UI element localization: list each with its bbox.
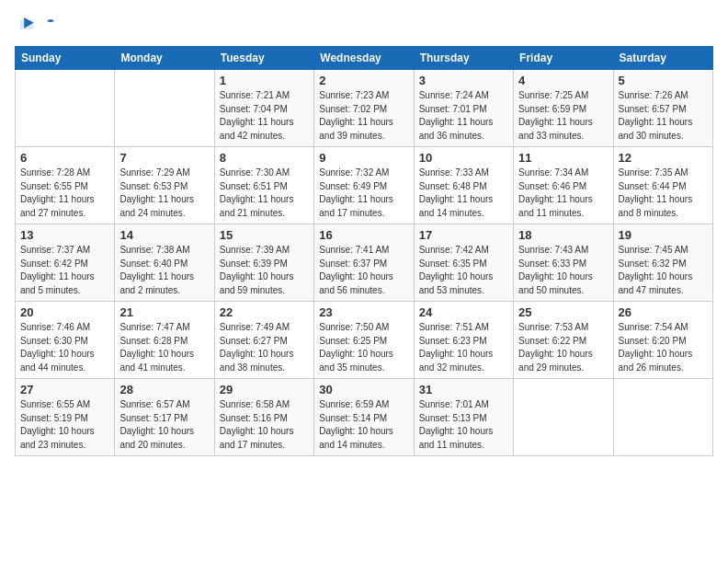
day-number: 9 <box>319 151 408 165</box>
day-number: 1 <box>220 74 309 87</box>
day-number: 16 <box>319 228 408 242</box>
weekday-header-row: SundayMondayTuesdayWednesdayThursdayFrid… <box>16 47 713 70</box>
day-info: Sunrise: 7:42 AM Sunset: 6:35 PM Dayligh… <box>419 244 508 297</box>
weekday-header-sunday: Sunday <box>16 47 115 70</box>
day-number: 7 <box>119 151 209 165</box>
weekday-header-wednesday: Wednesday <box>314 47 414 70</box>
day-info: Sunrise: 7:38 AM Sunset: 6:40 PM Dayligh… <box>119 244 209 297</box>
day-number: 8 <box>220 151 309 165</box>
calendar-cell: 10Sunrise: 7:33 AM Sunset: 6:48 PM Dayli… <box>414 147 513 224</box>
page-header <box>15 15 713 35</box>
calendar-cell: 21Sunrise: 7:47 AM Sunset: 6:28 PM Dayli… <box>115 302 214 379</box>
day-number: 26 <box>619 305 708 319</box>
day-number: 2 <box>319 74 408 87</box>
day-info: Sunrise: 7:24 AM Sunset: 7:01 PM Dayligh… <box>419 89 508 143</box>
day-number: 5 <box>619 74 708 87</box>
calendar-cell: 29Sunrise: 6:58 AM Sunset: 5:16 PM Dayli… <box>214 379 313 456</box>
calendar-cell: 14Sunrise: 7:38 AM Sunset: 6:40 PM Dayli… <box>115 224 214 302</box>
weekday-header-monday: Monday <box>115 47 214 70</box>
day-number: 22 <box>220 305 309 319</box>
day-number: 24 <box>419 305 508 319</box>
day-number: 10 <box>419 151 508 165</box>
day-number: 12 <box>619 151 708 165</box>
calendar-cell: 12Sunrise: 7:35 AM Sunset: 6:44 PM Dayli… <box>613 147 712 224</box>
calendar-cell: 7Sunrise: 7:29 AM Sunset: 6:53 PM Daylig… <box>115 147 214 224</box>
calendar-cell: 31Sunrise: 7:01 AM Sunset: 5:13 PM Dayli… <box>414 379 513 456</box>
day-info: Sunrise: 7:43 AM Sunset: 6:33 PM Dayligh… <box>518 244 608 297</box>
calendar-cell: 6Sunrise: 7:28 AM Sunset: 6:55 PM Daylig… <box>16 147 115 224</box>
day-info: Sunrise: 7:49 AM Sunset: 6:27 PM Dayligh… <box>220 321 309 374</box>
calendar-cell: 2Sunrise: 7:23 AM Sunset: 7:02 PM Daylig… <box>314 70 414 147</box>
day-info: Sunrise: 7:33 AM Sunset: 6:48 PM Dayligh… <box>419 167 508 220</box>
calendar-cell: 5Sunrise: 7:26 AM Sunset: 6:57 PM Daylig… <box>613 70 712 147</box>
day-info: Sunrise: 7:21 AM Sunset: 7:04 PM Dayligh… <box>220 89 309 143</box>
day-number: 4 <box>518 74 608 87</box>
day-number: 13 <box>20 228 109 242</box>
day-info: Sunrise: 7:28 AM Sunset: 6:55 PM Dayligh… <box>20 167 109 220</box>
calendar-cell: 18Sunrise: 7:43 AM Sunset: 6:33 PM Dayli… <box>514 224 613 302</box>
day-info: Sunrise: 7:47 AM Sunset: 6:28 PM Dayligh… <box>119 321 209 374</box>
calendar-cell: 8Sunrise: 7:30 AM Sunset: 6:51 PM Daylig… <box>214 147 313 224</box>
day-info: Sunrise: 7:30 AM Sunset: 6:51 PM Dayligh… <box>220 167 309 220</box>
calendar-table: SundayMondayTuesdayWednesdayThursdayFrid… <box>15 46 713 456</box>
calendar-week-row: 13Sunrise: 7:37 AM Sunset: 6:42 PM Dayli… <box>16 224 713 302</box>
day-info: Sunrise: 7:34 AM Sunset: 6:46 PM Dayligh… <box>518 167 608 220</box>
calendar-cell <box>514 379 613 456</box>
day-info: Sunrise: 7:35 AM Sunset: 6:44 PM Dayligh… <box>619 167 708 220</box>
day-info: Sunrise: 6:58 AM Sunset: 5:16 PM Dayligh… <box>220 398 309 452</box>
day-info: Sunrise: 7:32 AM Sunset: 6:49 PM Dayligh… <box>319 167 408 220</box>
day-info: Sunrise: 7:54 AM Sunset: 6:20 PM Dayligh… <box>619 321 708 374</box>
day-info: Sunrise: 7:51 AM Sunset: 6:23 PM Dayligh… <box>419 321 508 374</box>
day-number: 27 <box>20 383 109 396</box>
day-number: 25 <box>518 305 608 319</box>
day-info: Sunrise: 7:37 AM Sunset: 6:42 PM Dayligh… <box>20 244 109 297</box>
day-number: 6 <box>20 151 109 165</box>
calendar-cell: 27Sunrise: 6:55 AM Sunset: 5:19 PM Dayli… <box>16 379 115 456</box>
calendar-cell: 11Sunrise: 7:34 AM Sunset: 6:46 PM Dayli… <box>514 147 613 224</box>
day-number: 30 <box>319 383 408 396</box>
calendar-week-row: 1Sunrise: 7:21 AM Sunset: 7:04 PM Daylig… <box>16 70 713 147</box>
calendar-cell: 17Sunrise: 7:42 AM Sunset: 6:35 PM Dayli… <box>414 224 513 302</box>
calendar-cell: 16Sunrise: 7:41 AM Sunset: 6:37 PM Dayli… <box>314 224 414 302</box>
day-info: Sunrise: 6:59 AM Sunset: 5:14 PM Dayligh… <box>319 398 408 452</box>
calendar-cell: 13Sunrise: 7:37 AM Sunset: 6:42 PM Dayli… <box>16 224 115 302</box>
day-info: Sunrise: 7:41 AM Sunset: 6:37 PM Dayligh… <box>319 244 408 297</box>
day-number: 15 <box>220 228 309 242</box>
day-info: Sunrise: 7:39 AM Sunset: 6:39 PM Dayligh… <box>220 244 309 297</box>
day-number: 19 <box>619 228 708 242</box>
day-info: Sunrise: 7:50 AM Sunset: 6:25 PM Dayligh… <box>319 321 408 374</box>
calendar-cell <box>115 70 214 147</box>
day-number: 14 <box>119 228 209 242</box>
logo <box>15 15 37 35</box>
day-info: Sunrise: 7:46 AM Sunset: 6:30 PM Dayligh… <box>20 321 109 374</box>
weekday-header-friday: Friday <box>514 47 613 70</box>
day-info: Sunrise: 7:25 AM Sunset: 6:59 PM Dayligh… <box>518 89 608 143</box>
day-info: Sunrise: 7:26 AM Sunset: 6:57 PM Dayligh… <box>619 89 708 143</box>
day-number: 11 <box>518 151 608 165</box>
calendar-week-row: 27Sunrise: 6:55 AM Sunset: 5:19 PM Dayli… <box>16 379 713 456</box>
day-number: 17 <box>419 228 508 242</box>
calendar-cell: 22Sunrise: 7:49 AM Sunset: 6:27 PM Dayli… <box>214 302 313 379</box>
calendar-cell: 24Sunrise: 7:51 AM Sunset: 6:23 PM Dayli… <box>414 302 513 379</box>
weekday-header-tuesday: Tuesday <box>214 47 313 70</box>
calendar-cell: 19Sunrise: 7:45 AM Sunset: 6:32 PM Dayli… <box>613 224 712 302</box>
calendar-cell: 4Sunrise: 7:25 AM Sunset: 6:59 PM Daylig… <box>514 70 613 147</box>
day-number: 23 <box>319 305 408 319</box>
weekday-header-thursday: Thursday <box>414 47 513 70</box>
calendar-cell: 26Sunrise: 7:54 AM Sunset: 6:20 PM Dayli… <box>613 302 712 379</box>
day-number: 18 <box>518 228 608 242</box>
day-info: Sunrise: 7:23 AM Sunset: 7:02 PM Dayligh… <box>319 89 408 143</box>
calendar-cell <box>613 379 712 456</box>
calendar-cell: 3Sunrise: 7:24 AM Sunset: 7:01 PM Daylig… <box>414 70 513 147</box>
calendar-cell: 9Sunrise: 7:32 AM Sunset: 6:49 PM Daylig… <box>314 147 414 224</box>
day-info: Sunrise: 6:57 AM Sunset: 5:17 PM Dayligh… <box>119 398 209 452</box>
day-info: Sunrise: 7:29 AM Sunset: 6:53 PM Dayligh… <box>119 167 209 220</box>
day-number: 28 <box>119 383 209 396</box>
day-info: Sunrise: 7:01 AM Sunset: 5:13 PM Dayligh… <box>419 398 508 452</box>
calendar-week-row: 6Sunrise: 7:28 AM Sunset: 6:55 PM Daylig… <box>16 147 713 224</box>
calendar-week-row: 20Sunrise: 7:46 AM Sunset: 6:30 PM Dayli… <box>16 302 713 379</box>
day-info: Sunrise: 7:45 AM Sunset: 6:32 PM Dayligh… <box>619 244 708 297</box>
calendar-cell: 20Sunrise: 7:46 AM Sunset: 6:30 PM Dayli… <box>16 302 115 379</box>
day-info: Sunrise: 6:55 AM Sunset: 5:19 PM Dayligh… <box>20 398 109 452</box>
calendar-cell <box>16 70 115 147</box>
